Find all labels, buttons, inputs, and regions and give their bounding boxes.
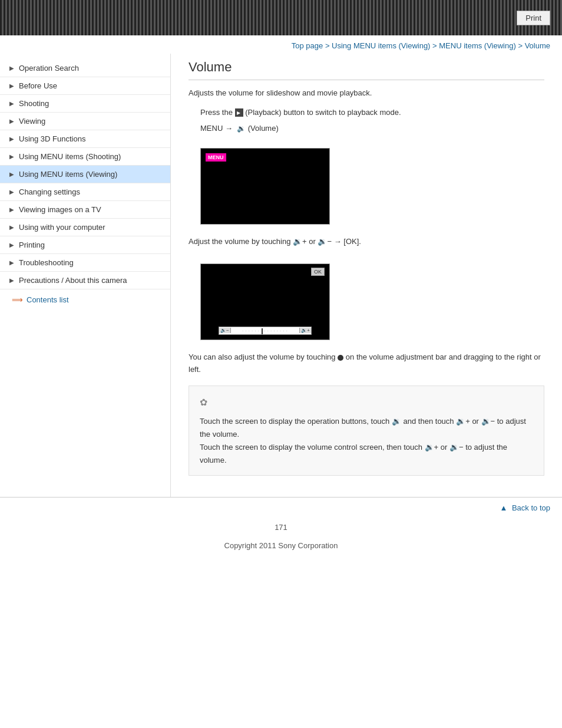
arrow-icon: ▶ [9,83,14,89]
vol-plus-icon: 🔉+ [293,237,307,246]
sidebar-item-3d-functions[interactable]: ▶ Using 3D Functions [0,130,170,148]
vol-dots: · · · · · · · · · · · · · · · [242,329,287,332]
screen-right-panel [306,149,329,224]
header-bar: Print [0,0,562,35]
arrow-icon: ▶ [9,153,14,160]
vol-icon-tip: 🔉 [392,417,401,426]
breadcrumb: Top page > Using MENU items (Viewing) > … [0,35,562,54]
volume-icon: 🔉 [237,124,246,133]
arrow-icon: ▶ [9,259,14,266]
content-area: Volume Adjusts the volume for slideshow … [171,54,562,497]
menu-formula: MENU → 🔉 (Volume) [200,124,544,133]
sidebar-item-before-use[interactable]: ▶ Before Use [0,77,170,95]
sidebar-item-computer[interactable]: ▶ Using with your computer [0,219,170,236]
ok-label: OK [311,268,325,276]
tip-line2: Touch the screen to display the volume c… [200,441,533,467]
vol-minus-button: 🔉− [219,328,231,333]
breadcrumb-link-viewing-menu[interactable]: Using MENU items (Viewing) [332,41,430,50]
sidebar-item-precautions[interactable]: ▶ Precautions / About this camera [0,272,170,289]
triangle-icon: ▲ [500,503,507,512]
camera-screen-1: MENU [200,148,330,225]
arrow-icon: ▶ [9,242,14,248]
copyright-text: Copyright 2011 Sony Corporation [0,536,562,562]
sidebar-item-printing[interactable]: ▶ Printing [0,236,170,254]
circle-drag-icon [338,355,343,361]
menu-label: MENU [206,153,226,162]
vol-plus-button: 🔉+ [299,328,311,333]
tip-line1: Touch the screen to display the operatio… [200,415,533,441]
sidebar-item-viewing[interactable]: ▶ Viewing [0,113,170,130]
arrow-icon: ▶ [9,171,14,177]
adjust-text: Adjust the volume by touching 🔉+ or 🔉− →… [189,236,544,248]
camera-screen-2: OK 🔉− · · · · · · · · · · · · · · · 🔉+ [200,263,330,340]
playback-icon [235,108,243,117]
volume-bar-container: 🔉− · · · · · · · · · · · · · · · 🔉+ [219,327,312,335]
arrow-icon: ▶ [9,118,14,124]
tip-icon: ✿ [200,394,533,410]
sidebar-item-shooting[interactable]: ▶ Shooting [0,95,170,113]
step1-text: Press the (Playback) button to switch to… [200,107,544,119]
arrow-icon: ▶ [9,224,14,230]
breadcrumb-link-top[interactable]: Top page [292,41,323,50]
sidebar: ▶ Operation Search ▶ Before Use ▶ Shooti… [0,54,171,497]
arrow-icon: ▶ [9,136,14,142]
arrow-icon: ▶ [9,189,14,195]
sidebar-item-operation-search[interactable]: ▶ Operation Search [0,60,170,77]
volume-bar: · · · · · · · · · · · · · · · [231,327,300,334]
sidebar-item-changing-settings[interactable]: ▶ Changing settings [0,183,170,201]
page-title: Volume [189,60,544,80]
main-layout: ▶ Operation Search ▶ Before Use ▶ Shooti… [0,54,562,497]
arrow-icon: ▶ [9,65,14,71]
arrow-icon: ▶ [9,100,14,107]
back-to-top-link[interactable]: ▲ Back to top [500,503,550,512]
print-button[interactable]: Print [517,11,550,25]
contents-list-link[interactable]: ⟹ Contents list [0,289,170,310]
sidebar-item-menu-shooting[interactable]: ▶ Using MENU items (Shooting) [0,148,170,166]
description-text: Adjusts the volume for slideshow and mov… [189,87,544,100]
breadcrumb-link-menu-items[interactable]: MENU items (Viewing) [439,41,516,50]
sidebar-item-troubleshooting[interactable]: ▶ Troubleshooting [0,254,170,272]
breadcrumb-link-volume[interactable]: Volume [525,41,550,50]
arrow-icon: ▶ [9,277,14,284]
drag-text: You can also adjust the volume by touchi… [189,351,544,376]
footer-bar: ▲ Back to top [0,497,562,518]
vol-minus-icon: 🔉− [318,237,332,246]
sidebar-item-viewing-tv[interactable]: ▶ Viewing images on a TV [0,201,170,219]
arrow-icon: ▶ [9,206,14,213]
tip-box: ✿ Touch the screen to display the operat… [189,386,544,476]
sidebar-item-menu-viewing[interactable]: ▶ Using MENU items (Viewing) [0,166,170,183]
page-number: 171 [0,518,562,536]
arrow-right-icon: ⟹ [12,295,23,304]
vol-marker [262,328,263,334]
